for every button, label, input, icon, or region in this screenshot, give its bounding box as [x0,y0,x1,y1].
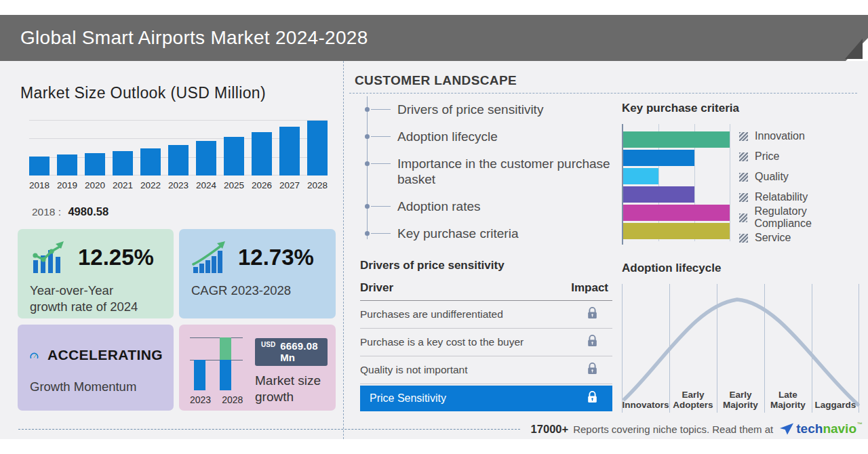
ascending-bars-arrow-icon [191,240,229,275]
hatch-swatch-icon [739,234,748,243]
kpc-bar-innovation [623,131,730,148]
stat-cards: 12.25% Year-over-Year growth rate of 202… [18,229,343,411]
technavio-logo[interactable]: technavio™ [780,421,863,436]
legend-label: Regulatory Compliance [754,205,861,230]
kpc-bar-chart: Innovation Price Quality Relatability Re… [622,124,861,248]
currency-label: USD [261,341,275,348]
base-year-value: 2018 : 4980.58 [32,205,343,218]
bar-chart-trend-icon [30,240,69,275]
x-axis-year-labels: 2018 2019 2020 2021 2022 2023 2024 2025 … [29,180,343,190]
header-fold-corner [845,39,863,59]
legend-item: Service [739,228,861,248]
legend-label: Service [755,232,791,244]
kpc-bar-price [623,150,694,166]
legend-item: Innovation [739,126,861,146]
list-item: Drivers of price sensitivity [355,102,612,118]
market-bar-2019 [57,154,77,176]
table-row: Purchase is a key cost to the buyer [360,329,612,356]
year-label: 2028 [307,180,328,190]
kpc-bar-service [623,223,730,239]
table-row: Purchases are undifferentiated [360,301,612,329]
charts-column: Key purchase criteria [612,94,861,413]
key-purchase-criteria-section: Key purchase criteria [622,102,861,248]
yoy-value: 12.25% [78,245,154,270]
year-label: 2021 [113,180,133,190]
amount-value: 6669.08 Mn [280,340,321,363]
kpc-bar-relatability [623,186,694,203]
yoy-label: Year-over-Year growth rate of 2024 [30,283,163,315]
lock-icon [587,363,597,377]
footer-text: Reports covering niche topics. Read them… [573,424,773,435]
hatch-swatch-icon [739,152,748,161]
stage-labels: Innovators Early Adopters Early Majority… [622,382,859,411]
footer-dashed-line [18,429,520,430]
year-label: 2018 [29,180,50,190]
driver-text: Price Sensitivity [370,392,446,405]
landscape-topics-list: Drivers of price sensitivity Adoption li… [355,102,612,242]
growth-momentum-card: ACCELERATING Growth Momentum [18,325,174,411]
customer-landscape-title: CUSTOMER LANDSCAPE [355,73,861,88]
customer-landscape-panel: CUSTOMER LANDSCAPE Drivers of price sens… [344,61,868,439]
legend-label: Relatability [755,191,808,203]
price-sensitivity-section: Drivers of price sensitivity Driver Impa… [355,259,612,411]
stage-label: Late Majority [764,382,812,411]
market-size-growth-card: 2023 2028 USD 6669.08 Mn Market size gro… [179,325,336,411]
driver-text: Purchases are undifferentiated [360,308,503,321]
market-bar-2020 [85,153,105,176]
momentum-status: ACCELERATING [47,347,163,363]
market-size-title: Market Size Outlook (USD Million) [20,84,343,102]
cagr-card: 12.73% CAGR 2023-2028 [179,229,336,318]
list-item: Key purchase criteria [355,226,612,242]
kpc-bar-quality [623,168,658,184]
year-label: 2025 [224,180,244,190]
year-label: 2022 [140,180,161,190]
market-bar-2026 [252,132,272,176]
drivers-title: Drivers of price sensitivity [360,259,612,272]
speedometer-icon [30,341,39,369]
base-year-number: 4980.58 [68,205,108,218]
year-label: 2020 [85,180,105,190]
market-bar-2021 [113,151,133,176]
legend-label: Quality [755,171,789,183]
year-label: 2026 [252,180,272,190]
year-label: 2024 [196,180,216,190]
lifecycle-title: Adoption lifecycle [622,262,861,275]
growth-segment [220,337,231,360]
year-label: 2019 [57,180,77,190]
year-label: 2023 [168,180,189,190]
hatch-swatch-icon [739,213,747,222]
logo-text-tech: tech [796,421,823,436]
gridline [730,124,730,241]
mini-year-end: 2028 [222,394,243,405]
market-bar-2023 [168,145,189,176]
hatch-swatch-icon [739,132,748,141]
yoy-growth-card: 12.25% Year-over-Year growth rate of 202… [18,229,174,318]
drivers-table: Driver Impact Purchases are undifferenti… [360,281,612,411]
list-item: Adoption lifecycle [355,129,612,145]
cagr-value: 12.73% [238,245,314,270]
stage-label: Innovators [622,382,669,411]
growth-mini-chart: 2023 2028 [190,337,245,405]
column-header-impact: Impact [571,281,608,295]
stage-label: Laggards [812,382,859,411]
list-item: Importance in the customer purchase bask… [355,156,612,188]
base-segment [220,360,231,390]
page-title: Global Smart Airports Market 2024-2028 [20,15,368,61]
lock-icon [587,335,597,350]
market-bar-2027 [279,127,300,176]
infographic-page: Global Smart Airports Market 2024-2028 M… [0,0,868,454]
legend-item: Price [739,146,861,167]
landscape-list-column: Drivers of price sensitivity Adoption li… [349,94,612,413]
legend-label: Innovation [755,130,805,142]
mini-year-start: 2023 [190,394,211,405]
column-header-driver: Driver [360,281,393,295]
base-year-label: 2018 : [32,206,61,218]
stage-label: Early Majority [717,382,764,411]
ref-line-top [190,337,243,338]
hatch-swatch-icon [739,173,748,182]
stage-label: Early Adopters [669,382,717,411]
adoption-lifecycle-chart: Innovators Early Adopters Early Majority… [622,284,861,413]
reports-count: 17000+ [531,423,569,436]
hatch-swatch-icon [739,193,748,202]
header-bar: Global Smart Airports Market 2024-2028 [0,15,868,61]
